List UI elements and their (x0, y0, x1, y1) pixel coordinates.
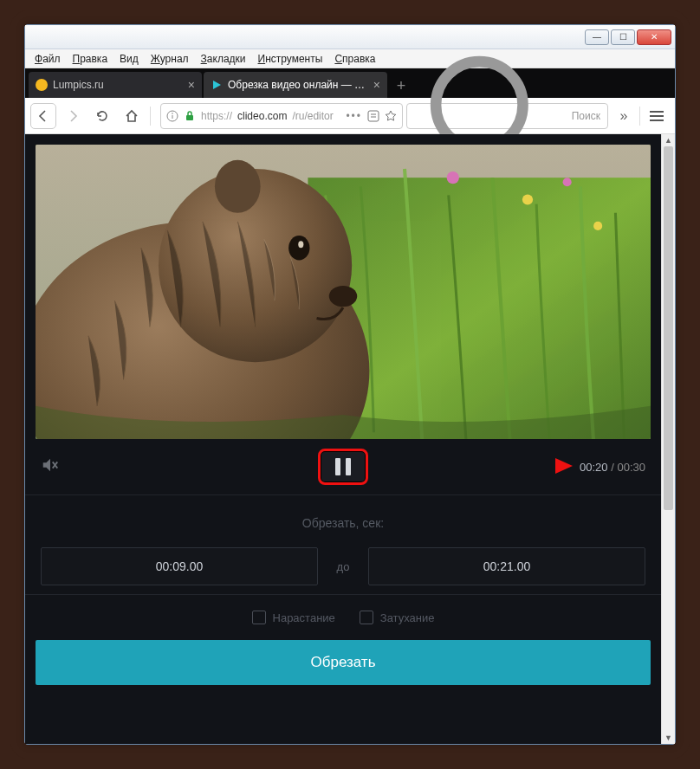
url-path: /ru/editor (292, 110, 340, 122)
navigation-toolbar: https://clideo.com/ru/editor ••• Поиск » (25, 98, 675, 134)
fade-out-checkbox[interactable]: Затухание (360, 611, 435, 624)
current-time: 00:20 (580, 461, 608, 474)
nav-forward-button[interactable] (60, 103, 86, 129)
menu-file[interactable]: Файл (35, 53, 61, 65)
mute-icon[interactable] (41, 456, 60, 478)
time-display: 00:20 / 00:30 (580, 461, 645, 474)
nav-reload-button[interactable] (89, 103, 115, 129)
trim-from-input[interactable]: 00:09.00 (41, 547, 318, 585)
search-placeholder: Поиск (572, 110, 600, 122)
overflow-button[interactable]: » (612, 104, 636, 128)
page-actions-icon[interactable]: ••• (346, 110, 362, 122)
svg-marker-24 (555, 458, 573, 474)
new-tab-button[interactable]: + (389, 74, 413, 98)
cut-button[interactable]: Обрезать (36, 640, 651, 685)
svg-point-18 (215, 160, 261, 213)
scroll-down-arrow-icon[interactable]: ▼ (662, 732, 675, 744)
svg-rect-5 (368, 111, 379, 121)
info-icon (166, 110, 178, 122)
tab-clideo[interactable]: Обрезка видео онлайн — Обр × (204, 72, 387, 98)
reader-icon[interactable] (367, 110, 379, 122)
scroll-up-arrow-icon[interactable]: ▲ (662, 134, 675, 146)
tab-bar: Lumpics.ru × Обрезка видео онлайн — Обр … (25, 68, 675, 98)
fade-options: Нарастание Затухание (25, 594, 661, 640)
scroll-thumb[interactable] (664, 146, 673, 510)
checkbox-icon (252, 611, 266, 624)
svg-point-21 (329, 286, 357, 307)
menu-bookmarks[interactable]: Закладки (201, 53, 246, 65)
pause-icon (335, 458, 351, 475)
content-area: 00:20 / 00:30 Обрезать, сек: 00:09.00 до… (25, 134, 675, 744)
page-content: 00:20 / 00:30 Обрезать, сек: 00:09.00 до… (25, 134, 661, 744)
trim-to-label: до (330, 560, 356, 573)
svg-rect-4 (186, 115, 193, 120)
lock-icon (184, 110, 196, 122)
window-titlebar: — ☐ ✕ (25, 25, 675, 49)
svg-point-12 (522, 194, 533, 204)
menu-edit[interactable]: Правка (73, 53, 108, 65)
tab-close-icon[interactable]: × (188, 78, 195, 92)
player-controls: 00:20 / 00:30 (25, 439, 661, 494)
svg-marker-0 (213, 81, 221, 89)
trim-title: Обрезать, сек: (41, 516, 645, 530)
url-protocol: https:// (201, 110, 232, 122)
menu-help[interactable]: Справка (334, 53, 375, 65)
tab-title: Обрезка видео онлайн — Обр (228, 79, 368, 91)
svg-point-3 (172, 113, 173, 114)
checkbox-icon (360, 611, 373, 624)
address-bar[interactable]: https://clideo.com/ru/editor ••• (160, 103, 403, 129)
nav-back-button[interactable] (30, 103, 56, 129)
menu-view[interactable]: Вид (120, 53, 139, 65)
window-close-button[interactable]: ✕ (637, 29, 671, 45)
tab-lumpics[interactable]: Lumpics.ru × (29, 72, 202, 98)
url-host: clideo.com (237, 110, 287, 122)
window-minimize-button[interactable]: — (585, 29, 609, 45)
video-preview[interactable] (36, 145, 651, 439)
browser-window: — ☐ ✕ Файл Правка Вид Журнал Закладки Ин… (24, 24, 676, 745)
menu-bar: Файл Правка Вид Журнал Закладки Инструме… (25, 49, 675, 68)
menu-tools[interactable]: Инструменты (258, 53, 323, 65)
trim-to-input[interactable]: 00:21.00 (368, 547, 645, 585)
app-menu-button[interactable] (644, 103, 670, 129)
svg-point-13 (593, 222, 602, 230)
nav-home-button[interactable] (119, 103, 145, 129)
total-time: 00:30 (617, 461, 645, 474)
bookmark-star-icon[interactable] (385, 110, 397, 122)
favicon-clideo-icon (211, 79, 223, 91)
svg-point-20 (298, 241, 303, 248)
window-maximize-button[interactable]: ☐ (611, 29, 635, 45)
vertical-scrollbar[interactable]: ▲ ▼ (661, 134, 675, 744)
annotation-arrow-icon (505, 455, 574, 477)
tab-title: Lumpics.ru (53, 79, 183, 91)
svg-point-14 (447, 171, 459, 184)
pause-button[interactable] (318, 449, 368, 485)
tab-close-icon[interactable]: × (373, 78, 380, 92)
fade-in-checkbox[interactable]: Нарастание (252, 611, 335, 624)
search-bar[interactable]: Поиск (406, 103, 608, 129)
svg-point-15 (563, 178, 572, 186)
svg-point-19 (288, 236, 309, 260)
menu-history[interactable]: Журнал (151, 53, 189, 65)
trim-section: Обрезать, сек: 00:09.00 до 00:21.00 (25, 494, 661, 594)
favicon-lumpics-icon (36, 79, 48, 91)
